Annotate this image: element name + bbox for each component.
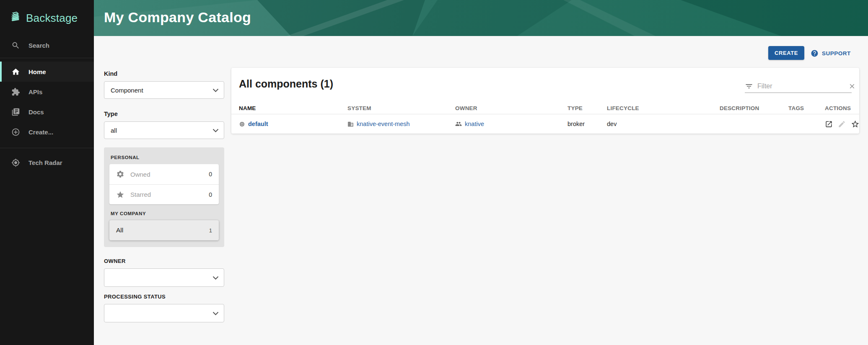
actions-cell xyxy=(825,120,860,129)
column-header-owner[interactable]: OWNER xyxy=(455,105,567,111)
owner-link[interactable]: knative xyxy=(465,121,484,127)
column-header-tags[interactable]: TAGS xyxy=(788,105,825,111)
picker-item-label: Starred xyxy=(130,191,209,198)
logo[interactable]: Backstage xyxy=(0,0,94,25)
chevron-down-icon xyxy=(212,127,219,134)
sidebar: Backstage Search Home APIs Docs xyxy=(0,0,94,345)
type-cell: broker xyxy=(567,121,607,127)
search-icon xyxy=(11,41,20,50)
chevron-down-icon xyxy=(212,274,219,281)
home-icon xyxy=(11,67,20,76)
sidebar-item-create[interactable]: Create... xyxy=(0,122,94,142)
entity-link[interactable]: default xyxy=(248,121,268,127)
support-label: SUPPORT xyxy=(822,50,851,57)
owner-cell: knative xyxy=(455,121,567,127)
picker-item-all[interactable]: All 1 xyxy=(109,220,219,240)
picker-item-label: Owned xyxy=(130,171,209,178)
picker-item-owned[interactable]: Owned 0 xyxy=(109,164,219,184)
name-cell: default xyxy=(239,121,347,127)
kind-select-value: Component xyxy=(111,87,143,94)
picker-item-count: 0 xyxy=(209,191,212,198)
component-chip-icon xyxy=(239,121,245,127)
help-icon xyxy=(811,49,819,57)
personal-group-card: Owned 0 Starred 0 xyxy=(109,164,219,204)
column-header-system[interactable]: SYSTEM xyxy=(347,105,455,111)
page-header: My Company Catalog xyxy=(94,0,868,36)
create-button[interactable]: CREATE xyxy=(768,46,804,60)
kind-select[interactable]: Component xyxy=(104,81,224,99)
system-link[interactable]: knative-event-mesh xyxy=(357,121,410,127)
star-outline-icon[interactable] xyxy=(851,120,860,129)
sidebar-item-search[interactable]: Search xyxy=(0,36,94,54)
sidebar-item-tech-radar[interactable]: Tech Radar xyxy=(0,152,94,172)
group-icon xyxy=(455,121,462,127)
table-filter-input[interactable] xyxy=(757,82,844,90)
components-table-card: All components (1) NAME SYSTEM OWNER TYP… xyxy=(231,68,859,134)
chevron-down-icon xyxy=(212,87,219,94)
system-cell: knative-event-mesh xyxy=(347,121,455,127)
table-row: default knative-event-mesh knative broke… xyxy=(231,114,859,134)
radar-target-icon xyxy=(11,158,20,167)
page-title: My Company Catalog xyxy=(104,9,251,26)
filter-list-icon xyxy=(745,82,753,90)
sidebar-divider xyxy=(0,58,94,58)
owner-filter-label: OWNER xyxy=(104,258,224,264)
table-title: All components (1) xyxy=(239,78,333,90)
processing-status-filter-label: PROCESSING STATUS xyxy=(104,294,224,300)
sidebar-item-home[interactable]: Home xyxy=(0,62,94,82)
processing-status-select[interactable] xyxy=(104,304,224,322)
sidebar-item-label: Search xyxy=(29,42,49,49)
sidebar-item-apis[interactable]: APIs xyxy=(0,82,94,102)
edit-pencil-icon[interactable] xyxy=(838,120,846,128)
sidebar-item-label: Docs xyxy=(29,108,44,116)
open-in-new-icon[interactable] xyxy=(825,120,833,128)
company-group-title: MY COMPANY xyxy=(111,211,219,216)
sidebar-item-label: Create... xyxy=(29,129,53,136)
docs-icon xyxy=(11,108,20,116)
sidebar-item-label: Home xyxy=(29,68,46,75)
sidebar-item-label: APIs xyxy=(29,88,42,95)
picker-item-count: 0 xyxy=(209,171,212,178)
filters-panel: Kind Component Type all PERSONAL Owned xyxy=(104,70,224,331)
clear-filter-icon[interactable] xyxy=(848,82,856,90)
backstage-app: Backstage Search Home APIs Docs xyxy=(0,0,868,345)
star-icon xyxy=(116,191,124,199)
owner-picker-box: PERSONAL Owned 0 Starred 0 MY COM xyxy=(104,147,224,247)
sidebar-item-docs[interactable]: Docs xyxy=(0,102,94,122)
logo-text: Backstage xyxy=(26,12,78,25)
kind-filter-label: Kind xyxy=(104,70,224,77)
chevron-down-icon xyxy=(212,310,219,317)
picker-item-label: All xyxy=(116,227,209,234)
sidebar-item-label: Tech Radar xyxy=(29,159,62,166)
type-select-value: all xyxy=(111,127,117,134)
column-header-actions: ACTIONS xyxy=(825,105,859,111)
column-header-description[interactable]: DESCRIPTION xyxy=(720,105,788,111)
table-filter-field xyxy=(745,80,852,93)
sidebar-divider xyxy=(0,148,94,148)
system-building-icon xyxy=(347,121,354,127)
add-circle-icon xyxy=(11,128,20,136)
support-button[interactable]: SUPPORT xyxy=(811,47,851,59)
picker-item-starred[interactable]: Starred 0 xyxy=(109,184,219,204)
owner-select[interactable] xyxy=(104,268,224,287)
personal-group-title: PERSONAL xyxy=(111,155,219,160)
column-header-name[interactable]: NAME xyxy=(239,105,347,111)
lifecycle-cell: dev xyxy=(607,121,720,127)
column-header-type[interactable]: TYPE xyxy=(567,105,607,111)
column-header-lifecycle[interactable]: LIFECYCLE xyxy=(607,105,720,111)
puzzle-icon xyxy=(11,88,20,96)
backstage-logo-icon xyxy=(9,11,22,25)
type-select[interactable]: all xyxy=(104,121,224,139)
picker-item-count: 1 xyxy=(209,227,212,234)
type-filter-label: Type xyxy=(104,111,224,117)
gear-icon xyxy=(116,170,124,178)
table-header-row: NAME SYSTEM OWNER TYPE LIFECYCLE DESCRIP… xyxy=(231,102,859,114)
